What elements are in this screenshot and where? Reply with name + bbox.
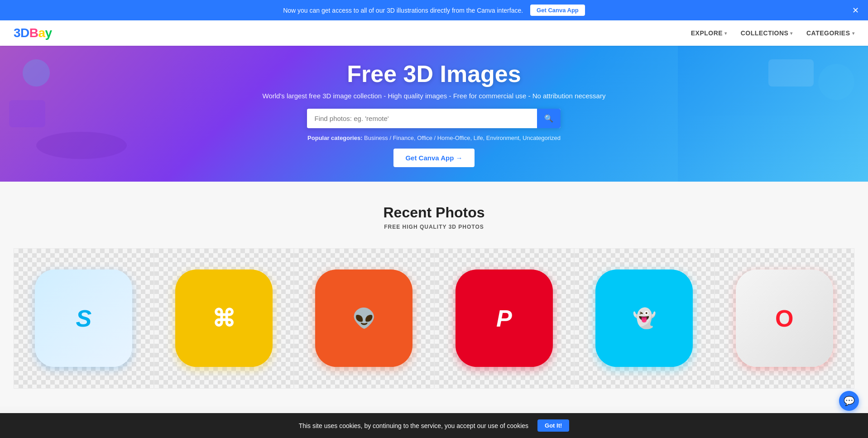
announcement-bar: Now you can get access to all of our 3D … [0, 0, 868, 20]
photo-grid [14, 248, 854, 389]
popular-categories: Popular categories: Business / Finance, … [263, 135, 606, 141]
search-bar: 🔍 [307, 109, 561, 128]
recent-photos-title: Recent Photos [14, 204, 854, 221]
hero-content: Free 3D Images World's largest free 3D i… [263, 60, 606, 167]
recent-photos-header: Recent Photos FREE HIGH QUALITY 3D PHOTO… [14, 204, 854, 230]
skype-icon [35, 270, 132, 367]
svg-rect-1 [9, 100, 45, 127]
nav: EXPLORE ▾ COLLECTIONS ▾ CATEGORIES ▾ [691, 29, 854, 37]
photo-placeholder [294, 249, 434, 388]
hero-left-decoration [0, 46, 172, 182]
hero-subtitle: World's largest free 3D image collection… [263, 92, 606, 100]
svg-point-2 [36, 132, 127, 159]
logo[interactable]: 3D Bay [14, 26, 52, 40]
list-item[interactable] [154, 248, 294, 389]
list-item[interactable] [294, 248, 434, 389]
opera-icon [736, 270, 833, 367]
snapchat-icon [595, 270, 693, 367]
header: 3D Bay EXPLORE ▾ COLLECTIONS ▾ CATEGORIE… [0, 20, 868, 46]
chat-icon: 💬 [844, 395, 855, 406]
announcement-canva-button[interactable]: Get Canva App [530, 5, 585, 16]
chevron-down-icon: ▾ [852, 31, 855, 36]
get-canva-app-button[interactable]: Get Canva App → [393, 149, 474, 167]
nav-collections[interactable]: COLLECTIONS ▾ [741, 29, 793, 37]
search-input[interactable] [307, 109, 537, 128]
announcement-text: Now you can get access to all of our 3D … [283, 7, 523, 14]
list-item[interactable] [715, 248, 855, 389]
close-announcement-button[interactable]: ✕ [852, 6, 859, 14]
svg-rect-3 [768, 59, 814, 87]
hero-right-decoration [678, 46, 868, 182]
list-item[interactable] [14, 248, 154, 389]
recent-photos-subtitle: FREE HIGH QUALITY 3D PHOTOS [14, 224, 854, 230]
chevron-down-icon: ▾ [790, 31, 793, 36]
search-icon: 🔍 [544, 114, 553, 123]
photo-placeholder [154, 249, 294, 388]
logo-prefix: 3D [14, 26, 29, 40]
list-item[interactable] [574, 248, 715, 389]
main-content: Recent Photos FREE HIGH QUALITY 3D PHOTO… [0, 182, 868, 407]
logo-suffix: Bay [29, 26, 52, 40]
chevron-down-icon: ▾ [724, 31, 727, 36]
rss-icon [175, 270, 273, 367]
svg-point-4 [818, 64, 854, 100]
photo-placeholder [575, 249, 714, 388]
search-button[interactable]: 🔍 [537, 109, 561, 128]
nav-categories[interactable]: CATEGORIES ▾ [806, 29, 854, 37]
photo-placeholder [14, 249, 153, 388]
reddit-icon [315, 270, 412, 367]
hero-section: Free 3D Images World's largest free 3D i… [0, 46, 868, 182]
svg-point-0 [23, 59, 50, 87]
photo-placeholder [715, 249, 854, 388]
list-item[interactable] [434, 248, 575, 389]
pinterest-icon [456, 270, 553, 367]
photo-placeholder [435, 249, 574, 388]
hero-title: Free 3D Images [263, 60, 606, 87]
nav-explore[interactable]: EXPLORE ▾ [691, 29, 727, 37]
